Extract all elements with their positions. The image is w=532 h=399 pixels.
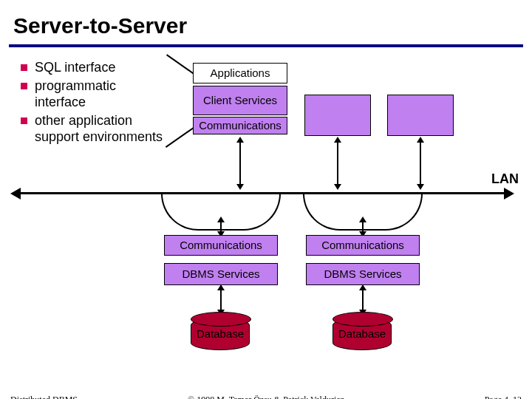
database-label: Database <box>332 327 392 340</box>
footer-right: Page 4. 13 <box>485 395 522 399</box>
double-arrow-vertical <box>362 222 364 232</box>
placeholder-box <box>387 95 454 136</box>
box-label: Communications <box>321 239 404 251</box>
bullet-square-icon <box>21 117 27 124</box>
applications-box: Applications <box>193 63 287 83</box>
arrow-left-icon <box>10 188 21 200</box>
list-item: SQL interface <box>21 59 168 76</box>
double-arrow-vertical <box>239 142 241 185</box>
dbms-services-box: DBMS Services <box>306 263 420 285</box>
double-arrow-vertical <box>220 222 222 232</box>
bullet-text: programmatic interface <box>35 78 168 111</box>
placeholder-box <box>304 95 371 136</box>
footer-center: © 1998 M. Tamer Özsu & Patrick Valduriez <box>0 395 532 399</box>
box-label: DBMS Services <box>324 267 401 280</box>
double-arrow-vertical <box>420 142 421 185</box>
server-communications-box: Communications <box>306 235 420 256</box>
slide-title: Server-to-Server <box>13 13 187 38</box>
server-communications-box: Communications <box>164 235 278 256</box>
box-label: Communications <box>180 239 262 251</box>
dbms-services-box: DBMS Services <box>164 263 278 285</box>
client-communications-box: Communications <box>193 117 287 134</box>
bullet-square-icon <box>21 64 27 71</box>
list-item: programmatic interface <box>21 78 168 111</box>
bullet-text: other application support environments <box>35 112 168 146</box>
lan-label: LAN <box>491 171 519 187</box>
title-underline <box>9 44 523 47</box>
client-services-box: Client Services <box>193 86 287 115</box>
list-item: other application support environments <box>21 112 168 146</box>
box-label: Communications <box>199 119 282 132</box>
box-label: Applications <box>211 66 270 79</box>
bullet-text: SQL interface <box>35 59 115 76</box>
database-label: Database <box>191 327 250 340</box>
box-label: Client Services <box>203 94 277 106</box>
bullet-list: SQL interface programmatic interface oth… <box>21 59 168 147</box>
box-label: DBMS Services <box>182 267 259 280</box>
bullet-square-icon <box>21 83 27 89</box>
callout-line <box>166 54 195 75</box>
double-arrow-vertical <box>362 290 364 310</box>
arrow-right-icon <box>504 188 514 200</box>
double-arrow-vertical <box>337 142 338 185</box>
double-arrow-vertical <box>220 290 222 310</box>
